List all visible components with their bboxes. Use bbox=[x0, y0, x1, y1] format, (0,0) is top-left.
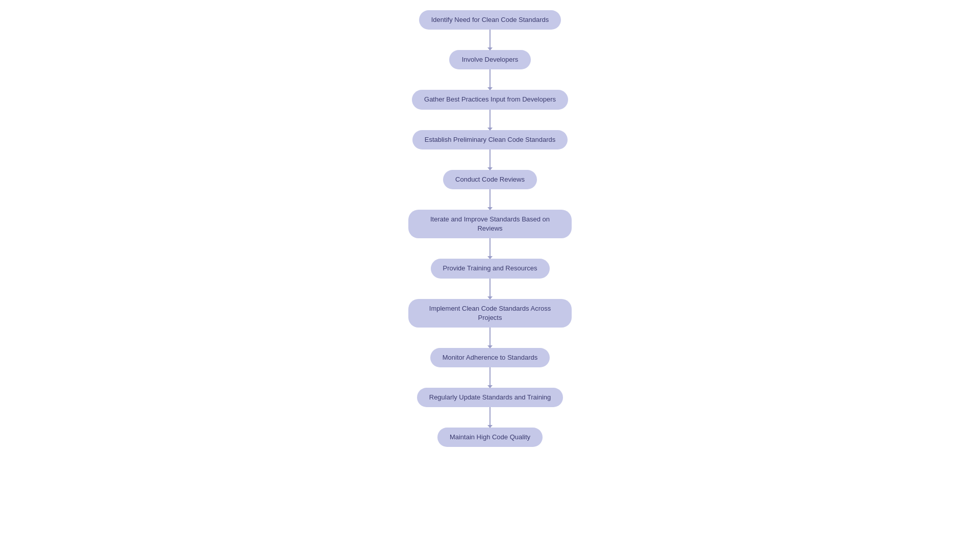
node-11: Maintain High Code Quality bbox=[437, 428, 543, 447]
flow-connector bbox=[489, 367, 491, 388]
node-8: Implement Clean Code Standards Across Pr… bbox=[408, 299, 572, 328]
flow-connector bbox=[489, 69, 491, 90]
flow-connector bbox=[489, 328, 491, 348]
flow-connector bbox=[489, 189, 491, 210]
node-3: Gather Best Practices Input from Develop… bbox=[412, 90, 568, 109]
flow-connector bbox=[489, 407, 491, 428]
flow-connector bbox=[489, 30, 491, 50]
flow-connector bbox=[489, 279, 491, 299]
flow-connector bbox=[489, 110, 491, 130]
node-9: Monitor Adherence to Standards bbox=[430, 348, 550, 367]
node-5: Conduct Code Reviews bbox=[443, 170, 537, 189]
flow-connector bbox=[489, 149, 491, 170]
flow-connector bbox=[489, 238, 491, 259]
node-4: Establish Preliminary Clean Code Standar… bbox=[412, 130, 568, 149]
node-2: Involve Developers bbox=[449, 50, 531, 69]
flowchart: Identify Need for Clean Code StandardsIn… bbox=[337, 0, 643, 447]
node-10: Regularly Update Standards and Training bbox=[417, 388, 563, 407]
node-6: Iterate and Improve Standards Based on R… bbox=[408, 210, 572, 238]
node-1: Identify Need for Clean Code Standards bbox=[419, 10, 561, 30]
node-7: Provide Training and Resources bbox=[431, 259, 550, 278]
